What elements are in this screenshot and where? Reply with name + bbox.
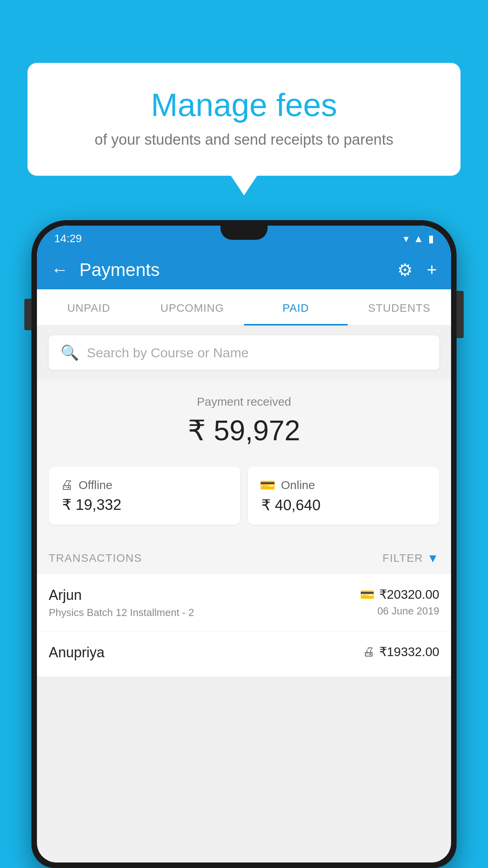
transactions-header: TRANSACTIONS FILTER ▼ [37, 541, 451, 574]
online-card: 💳 Online ₹ 40,640 [248, 467, 439, 525]
transaction-amount: ₹19332.00 [379, 644, 439, 659]
phone-frame: 14:29 ▾ ▲ ▮ ← Payments ⚙ + UNPAID UPCO [31, 220, 457, 868]
signal-icon: ▲ [413, 233, 424, 245]
offline-amount: ₹ 19,332 [61, 496, 228, 513]
speech-bubble: Manage fees of your students and send re… [28, 63, 460, 176]
volume-button [24, 299, 31, 330]
transaction-amount: ₹20320.00 [379, 587, 439, 602]
search-bar[interactable]: 🔍 Search by Course or Name [49, 335, 439, 370]
tab-unpaid[interactable]: UNPAID [37, 289, 141, 326]
transaction-right: 💳 ₹20320.00 06 June 2019 [360, 587, 439, 617]
online-icon: 💳 [260, 478, 275, 493]
payment-received-section: Payment received ₹ 59,972 [37, 379, 451, 467]
search-input[interactable]: Search by Course or Name [87, 345, 249, 360]
transaction-date: 06 June 2019 [360, 605, 439, 617]
battery-icon: ▮ [428, 233, 434, 245]
tabs: UNPAID UPCOMING PAID STUDENTS [37, 289, 451, 326]
power-button [457, 291, 464, 338]
offline-icon: 🖨 [61, 478, 73, 492]
status-icons: ▾ ▲ ▮ [404, 233, 434, 245]
tab-paid[interactable]: PAID [244, 289, 348, 326]
transaction-amount-row: 💳 ₹20320.00 [360, 587, 439, 602]
transaction-amount-row: 🖨 ₹19332.00 [363, 644, 439, 659]
wifi-icon: ▾ [404, 233, 409, 245]
add-icon[interactable]: + [427, 260, 437, 280]
phone-notch [220, 226, 268, 240]
transaction-name: Arjun [49, 587, 360, 603]
transaction-right: 🖨 ₹19332.00 [363, 644, 439, 662]
transaction-name: Anupriya [49, 644, 363, 661]
back-button[interactable]: ← [51, 260, 68, 280]
payment-method-icon: 🖨 [363, 645, 374, 658]
settings-icon[interactable]: ⚙ [397, 260, 413, 280]
transactions-label: TRANSACTIONS [49, 552, 142, 565]
filter-button[interactable]: FILTER ▼ [382, 552, 439, 565]
search-icon: 🔍 [61, 344, 79, 361]
transaction-left: Anupriya [49, 644, 363, 664]
offline-card-header: 🖨 Offline [61, 478, 228, 492]
payment-method-icon: 💳 [360, 588, 374, 601]
payment-received-label: Payment received [45, 395, 443, 408]
payment-cards: 🖨 Offline ₹ 19,332 💳 Online ₹ 40,640 [37, 467, 451, 541]
payment-received-amount: ₹ 59,972 [45, 414, 443, 447]
tab-students[interactable]: STUDENTS [348, 289, 451, 326]
transaction-row[interactable]: Anupriya 🖨 ₹19332.00 [37, 632, 451, 677]
transaction-left: Arjun Physics Batch 12 Installment - 2 [49, 587, 360, 619]
status-time: 14:29 [54, 232, 82, 245]
tab-upcoming[interactable]: UPCOMING [141, 289, 244, 326]
offline-card: 🖨 Offline ₹ 19,332 [49, 467, 240, 525]
filter-label: FILTER [382, 552, 423, 565]
online-card-header: 💳 Online [260, 478, 427, 493]
online-label: Online [281, 478, 315, 492]
app-bar-actions: ⚙ + [397, 260, 437, 280]
filter-icon: ▼ [427, 552, 439, 565]
transaction-row[interactable]: Arjun Physics Batch 12 Installment - 2 💳… [37, 574, 451, 632]
app-title: Payments [79, 259, 397, 280]
offline-label: Offline [79, 478, 112, 492]
bubble-title: Manage fees [59, 86, 429, 123]
app-bar: ← Payments ⚙ + [37, 250, 451, 289]
transaction-detail: Physics Batch 12 Installment - 2 [49, 607, 360, 619]
phone-screen: 14:29 ▾ ▲ ▮ ← Payments ⚙ + UNPAID UPCO [37, 226, 451, 862]
bubble-subtitle: of your students and send receipts to pa… [59, 131, 429, 148]
online-amount: ₹ 40,640 [260, 497, 427, 514]
